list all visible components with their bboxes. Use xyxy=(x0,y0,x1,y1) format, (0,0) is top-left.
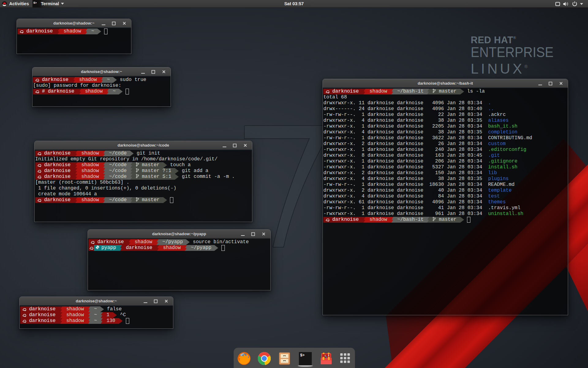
svg-text:$>: $> xyxy=(300,353,304,358)
